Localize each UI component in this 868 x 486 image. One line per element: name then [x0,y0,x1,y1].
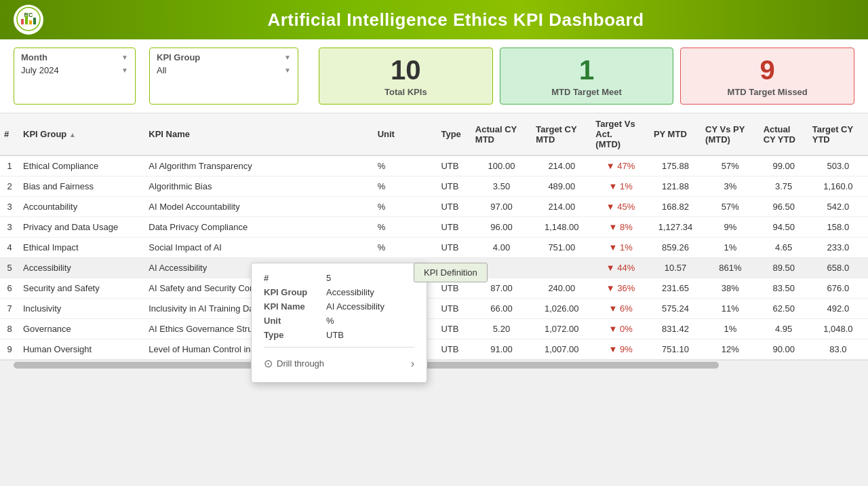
col-kpi-name: KPI Name [144,113,373,155]
col-actual-ytd: ActualCY YTD [760,113,808,155]
cell-tvsa: ▼ 44% [591,258,650,278]
tooltip-kpi-group-label: KPI Group [264,287,318,297]
cell-cy-vs-py: 57% [701,197,760,217]
cell-target-ytd: 1,160.0 [808,176,868,197]
cell-py-mtd: 175.88 [650,155,701,176]
cell-actual-cy-mtd: 91.00 [471,339,532,360]
cell-actual-ytd: 62.50 [760,299,808,319]
col-kpi-group: KPI Group ▲ [19,113,144,155]
tooltip-hash-row: # 5 [264,273,414,283]
cell-cy-vs-py: 11% [701,299,760,319]
tooltip-type-value: UTB [326,330,344,340]
cell-num: 6 [0,278,19,299]
tooltip-kpi-group-row: KPI Group Accessibility [264,287,414,297]
cell-kpi-group: Inclusivity [19,299,144,319]
cell-target-cy-mtd: 489.00 [532,176,591,197]
cell-target-cy-mtd: 214.00 [532,155,591,176]
cell-actual-ytd: 4.65 [760,238,808,258]
mtd-missed-card: 9 MTD Target Missed [680,48,854,105]
drill-through-button[interactable]: ⊙ Drill through › [264,354,414,373]
table-row[interactable]: 1 Ethical Compliance AI Algorithm Transp… [0,155,868,176]
month-value-chevron-icon: ▼ [121,67,128,74]
col-actual-cy-mtd: Actual CYMTD [471,113,532,155]
tooltip-unit-value: % [326,316,334,326]
month-filter-label: Month ▼ [21,52,128,62]
cell-actual-ytd: 94.50 [760,217,808,238]
cell-py-mtd: 10.57 [650,258,701,278]
tooltip-hash-label: # [264,273,318,283]
tooltip-kpi-group-value: Accessibility [326,287,374,297]
cell-num: 8 [0,319,19,339]
cell-tvsa: ▼ 6% [591,299,650,319]
controls-bar: Month ▼ July 2024 ▼ KPI Group ▼ All ▼ 10… [0,39,868,113]
tooltip-kpi-name-row: KPI Name AI Accessibility [264,301,414,312]
col-target-ytd: Target CYYTD [808,113,868,155]
col-target-cy-mtd: Target CYMTD [532,113,591,155]
cell-tvsa: ▼ 1% [591,176,650,197]
month-filter-value[interactable]: July 2024 ▼ [21,65,128,75]
cell-target-cy-mtd: 240.00 [532,278,591,299]
svg-rect-2 [21,19,24,24]
cell-kpi-name: Data Privacy Compliance [144,217,373,238]
mtd-missed-number: 9 [760,55,775,86]
cell-target-ytd: 492.0 [808,299,868,319]
cell-num: 9 [0,339,19,360]
col-tvsa: Target VsAct.(MTD) [591,113,650,155]
kpi-group-filter-value[interactable]: All ▼ [157,65,291,75]
cell-kpi-group: Ethical Impact [19,238,144,258]
mtd-meet-card: 1 MTD Target Meet [500,48,674,105]
table-row[interactable]: 3 Accountability AI Model Accountability… [0,197,868,217]
horizontal-scrollbar[interactable] [0,360,868,369]
tooltip-unit-label: Unit [264,316,318,326]
kpi-group-chevron-icon: ▼ [284,54,291,61]
kpi-group-filter[interactable]: KPI Group ▼ All ▼ [149,48,298,105]
cell-cy-vs-py: 38% [701,278,760,299]
cell-target-ytd: 83.0 [808,339,868,360]
table-row[interactable]: 2 Bias and Fairness Algorithmic Bias % U… [0,176,868,197]
cell-target-ytd: 503.0 [808,155,868,176]
table-row[interactable]: 8 Governance AI Ethics Governance Struct… [0,319,868,339]
cell-py-mtd: 575.24 [650,299,701,319]
drill-arrow-icon: › [411,358,414,370]
cell-actual-cy-mtd: 3.50 [471,176,532,197]
tooltip-type-label: Type [264,330,318,340]
cell-target-ytd: 158.0 [808,217,868,238]
kpi-definition-button[interactable]: KPI Definition [414,263,488,282]
cell-kpi-group: Governance [19,319,144,339]
logo-text: RC [16,7,41,33]
cell-unit: % [374,197,437,217]
cell-type: UTB [437,155,471,176]
cell-actual-cy-mtd: 97.00 [471,197,532,217]
total-kpis-number: 10 [391,55,421,86]
cell-type: UTB [437,197,471,217]
cell-target-cy-mtd: 1,148.00 [532,217,591,238]
table-row[interactable]: 3 Privacy and Data Usage Data Privacy Co… [0,217,868,238]
tooltip-kpi-name-value: AI Accessibility [326,301,384,312]
row-tooltip-popup: # 5 KPI Group Accessibility KPI Name AI … [251,263,427,383]
cell-kpi-group: Ethical Compliance [19,155,144,176]
col-cy-vs-py: CY Vs PY(MTD) [701,113,760,155]
cell-kpi-group: Privacy and Data Usage [19,217,144,238]
cell-py-mtd: 231.65 [650,278,701,299]
month-filter[interactable]: Month ▼ July 2024 ▼ [14,48,136,105]
month-chevron-icon: ▼ [121,54,128,61]
tooltip-kpi-name-label: KPI Name [264,301,318,312]
cell-kpi-group: Human Oversight [19,339,144,360]
col-num: # [0,113,19,155]
table-row[interactable]: 4 Ethical Impact Social Impact of AI % U… [0,238,868,258]
cell-py-mtd: 859.26 [650,238,701,258]
table-row[interactable]: 9 Human Oversight Level of Human Control… [0,339,868,360]
cell-type: UTB [437,299,471,319]
cell-type: UTB [437,319,471,339]
cell-cy-vs-py: 1% [701,319,760,339]
col-type: Type [437,113,471,155]
cell-actual-cy-mtd: 100.00 [471,155,532,176]
cell-cy-vs-py: 9% [701,217,760,238]
table-row[interactable]: 7 Inclusivity Inclusivity in AI Training… [0,299,868,319]
cell-actual-ytd: 89.50 [760,258,808,278]
kpi-group-value-chevron-icon: ▼ [284,67,291,74]
cell-num: 2 [0,176,19,197]
cell-kpi-group: Bias and Fairness [19,176,144,197]
cell-actual-cy-mtd: 5.20 [471,319,532,339]
cell-target-cy-mtd: 751.00 [532,238,591,258]
